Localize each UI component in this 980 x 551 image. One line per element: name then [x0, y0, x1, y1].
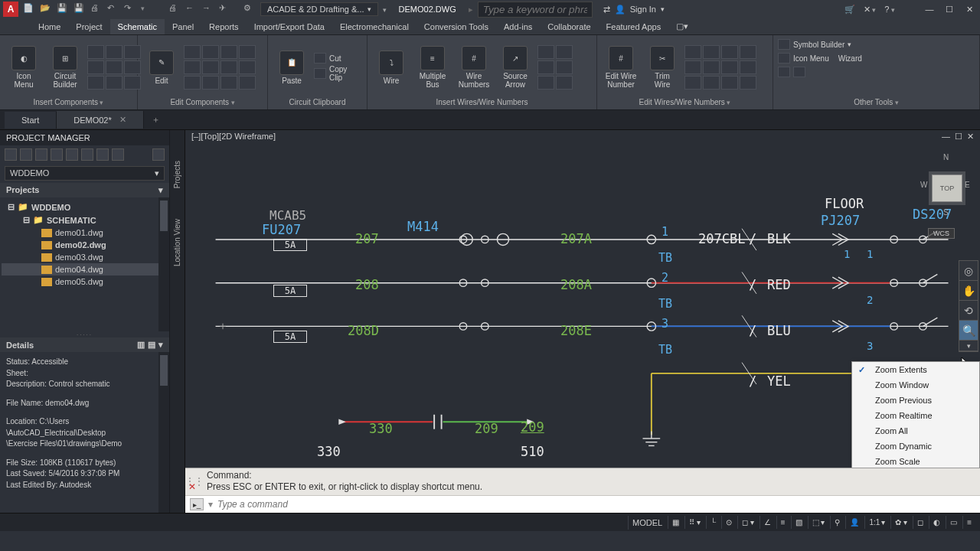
zoom-all[interactable]: Zoom All — [852, 423, 979, 439]
save-icon[interactable]: 💾 — [57, 3, 69, 15]
pm-splitter[interactable]: ····· — [0, 331, 169, 337]
edit-comp-grid[interactable] — [184, 45, 256, 90]
minimize-button[interactable]: — — [922, 5, 937, 14]
print-icon[interactable]: 🖨 — [168, 3, 181, 15]
multiple-bus-button[interactable]: ≡Multiple Bus — [413, 44, 452, 90]
open-icon[interactable]: 📂 — [40, 3, 52, 15]
cmd-prompt-icon[interactable]: ▸_ — [190, 498, 204, 510]
zoom-previous[interactable]: Zoom Previous — [852, 393, 979, 408]
workspace-switcher[interactable]: ACADE & 2D Drafting &...▾ — [260, 2, 378, 16]
help-search[interactable] — [478, 2, 593, 18]
pm-tool-5[interactable] — [66, 148, 78, 161]
other-row3[interactable] — [778, 66, 805, 78]
exchange-more[interactable]: ✕ — [862, 5, 877, 15]
tab-import-export[interactable]: Import/Export Data — [247, 19, 332, 34]
redo-icon[interactable]: ↷ — [124, 3, 136, 15]
trim-wire-button[interactable]: ✂Trim Wire — [643, 44, 681, 90]
pm-tool-8[interactable] — [112, 148, 124, 161]
edit-wires-grid[interactable] — [684, 45, 756, 90]
scale-button[interactable]: 1:1 ▾ — [864, 516, 889, 529]
pm-tool-7[interactable] — [96, 148, 109, 161]
zoom-scale[interactable]: Zoom Scale — [852, 454, 979, 468]
qat-more[interactable] — [141, 3, 153, 15]
icon-menu-small-button[interactable]: Icon Menu — [778, 52, 829, 64]
details-scrollbar[interactable] — [158, 352, 169, 513]
help-button[interactable]: ? — [882, 5, 897, 14]
pm-tool-3[interactable] — [35, 148, 47, 161]
tab-extra[interactable]: ▢▾ — [668, 18, 696, 34]
copy-clip-button[interactable]: Copy Clip — [314, 64, 362, 83]
polar-icon[interactable]: ⊙ — [721, 516, 736, 529]
customize-icon[interactable]: ≡ — [962, 516, 975, 529]
edit-button[interactable]: ✎Edit — [142, 49, 181, 86]
nav-zoom-icon[interactable]: 🔍 — [959, 321, 978, 341]
circuit-builder-button[interactable]: ⊞Circuit Builder — [46, 44, 84, 90]
sidetab-location[interactable]: Location View — [173, 219, 181, 266]
pm-projects-header[interactable]: Projects▾ — [0, 183, 169, 197]
ortho-icon[interactable]: └ — [706, 516, 720, 529]
tree-root[interactable]: ⊟📁WDDEMO — [2, 201, 168, 214]
gear-status-icon[interactable]: ✿ ▾ — [890, 516, 911, 529]
pm-tool-6[interactable] — [81, 148, 93, 161]
panel-edit-wires[interactable]: Edit Wires/Wire Numbers — [602, 96, 768, 108]
pm-project-combo[interactable]: WDDEMO▾ — [5, 166, 165, 181]
saveas-icon[interactable]: 💾 — [74, 3, 86, 15]
zoom-extents[interactable]: Zoom Extents — [852, 362, 979, 377]
nav-zoom-dropdown[interactable]: ▾ — [959, 341, 978, 351]
source-arrow-button[interactable]: ↗Source Arrow — [496, 44, 534, 90]
undo-icon[interactable]: ↶ — [107, 3, 119, 15]
panel-edit-components[interactable]: Edit Components — [142, 96, 263, 108]
otrack-icon[interactable]: ∠ — [760, 516, 775, 529]
signin-button[interactable]: ⇄ 👤 Sign In ▾ — [597, 5, 671, 15]
viewport-label[interactable]: [–][Top][2D Wireframe] — [191, 132, 276, 144]
tree-file-3[interactable]: demo04.dwg — [2, 263, 168, 276]
tab-conversion[interactable]: Conversion Tools — [416, 19, 496, 34]
edit-wire-number-button[interactable]: #Edit Wire Number — [602, 44, 640, 90]
vp-max[interactable]: ☐ — [955, 132, 962, 144]
hardware-icon[interactable]: ◐ — [929, 516, 944, 529]
cmd-close-icon[interactable]: ✕ — [188, 481, 196, 494]
osnap-icon[interactable]: ◻ ▾ — [737, 516, 758, 529]
nav-orbit-icon[interactable]: ⟲ — [959, 301, 978, 321]
tab-schematic[interactable]: Schematic — [110, 19, 165, 34]
sidetab-projects[interactable]: Projects — [173, 161, 181, 188]
zoom-dynamic[interactable]: Zoom Dynamic — [852, 439, 979, 454]
pm-tool-2[interactable] — [20, 148, 32, 161]
share-icon[interactable]: ✈ — [219, 3, 231, 15]
vp-close[interactable]: ✕ — [967, 132, 974, 144]
nav-wheel-icon[interactable]: ◎ — [959, 261, 978, 281]
clean-icon[interactable]: ▭ — [946, 516, 961, 529]
pm-details-header[interactable]: Details▥▤▾ — [0, 337, 169, 352]
tab-project[interactable]: Project — [68, 19, 109, 34]
arrow-left-icon[interactable]: ← — [185, 3, 198, 15]
new-tab-button[interactable]: ＋ — [144, 111, 168, 129]
panel-other-tools[interactable]: Other Tools — [778, 96, 975, 108]
tree-file-2[interactable]: demo03.dwg — [2, 251, 168, 263]
panel-insert-components[interactable]: Insert Components — [5, 96, 132, 108]
pm-tool-help[interactable] — [152, 148, 165, 161]
wire-numbers-button[interactable]: #Wire Numbers — [455, 44, 493, 90]
isolate-icon[interactable]: ◻ — [913, 516, 927, 529]
insert-comp-grid[interactable] — [87, 45, 141, 90]
wizard-button[interactable]: Wizard — [838, 52, 862, 64]
cycling-icon[interactable]: ⬚ ▾ — [808, 516, 829, 529]
annot-scale-icon[interactable]: 👤 — [845, 516, 863, 529]
paste-button[interactable]: 📋Paste — [273, 49, 311, 86]
new-icon[interactable]: 📄 — [23, 3, 35, 15]
tree-file-0[interactable]: demo01.dwg — [2, 227, 168, 239]
gear-icon[interactable]: ⚙ — [243, 3, 256, 15]
plot-icon[interactable]: 🖨 — [90, 3, 103, 15]
exchange-icon[interactable]: 🛒 — [842, 5, 858, 15]
cut-button[interactable]: Cut — [314, 52, 362, 64]
snap-icon[interactable]: ⠿ ▾ — [684, 516, 704, 529]
workspace-more[interactable] — [383, 5, 387, 14]
symbol-builder-button[interactable]: Symbol Builder▾ — [778, 38, 851, 51]
tab-collaborate[interactable]: Collaborate — [540, 19, 598, 34]
tab-addins[interactable]: Add-ins — [496, 19, 540, 34]
pm-tool-4[interactable] — [51, 148, 63, 161]
wire-button[interactable]: ⤵Wire — [372, 49, 410, 86]
tree-group[interactable]: ⊟📁SCHEMATIC — [2, 214, 168, 227]
annot-icon[interactable]: ⚲ — [830, 516, 844, 529]
zoom-window[interactable]: Zoom Window — [852, 377, 979, 393]
tree-scrollbar[interactable] — [158, 197, 169, 331]
